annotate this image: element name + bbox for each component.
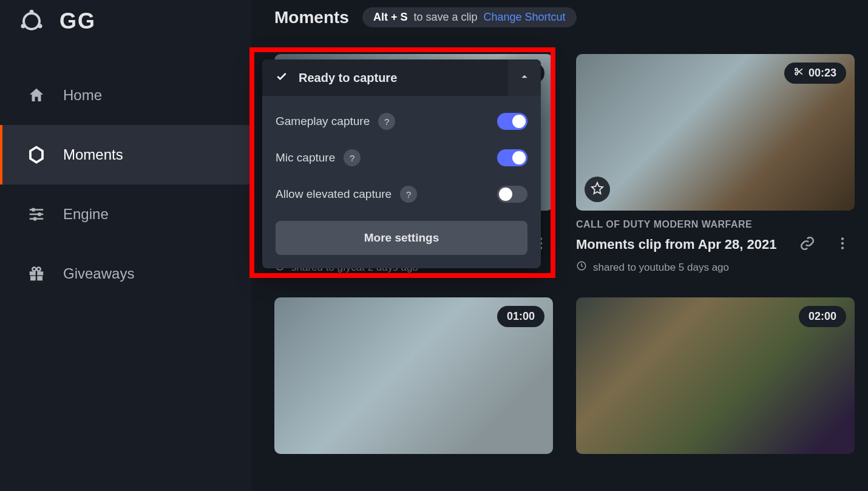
duration-text: 02:00 — [809, 310, 836, 323]
sidebar-item-giveaways[interactable]: Giveaways — [0, 244, 251, 303]
svg-point-7 — [38, 212, 41, 216]
setting-label: Mic capture — [276, 151, 335, 164]
svg-point-9 — [33, 217, 36, 220]
duration-text: 01:00 — [507, 310, 535, 323]
elevated-capture-toggle[interactable] — [497, 186, 527, 203]
capture-panel-header: Ready to capture — [262, 59, 541, 96]
svg-point-3 — [38, 24, 42, 29]
clip-thumbnail[interactable]: 02:00 — [576, 297, 855, 454]
svg-point-5 — [32, 208, 35, 211]
scissors-icon — [794, 67, 804, 80]
svg-point-2 — [21, 24, 25, 29]
checkmark-icon — [276, 70, 288, 85]
clip-card: 01:00 — [274, 297, 553, 454]
setting-allow-elevated-capture: Allow elevated capture ? — [276, 176, 527, 212]
setting-label: Allow elevated capture — [276, 188, 392, 201]
chevron-up-icon — [520, 72, 529, 83]
setting-mic-capture: Mic capture ? — [276, 140, 527, 176]
clip-shared-row: shared to youtube 5 days ago — [576, 260, 855, 274]
copy-link-button[interactable] — [795, 232, 819, 257]
capture-settings-panel: Ready to capture Gameplay capture ? Mic … — [262, 59, 541, 268]
sidebar: GG Home Moments Engine — [0, 0, 251, 491]
main-content: Moments Alt + S to save a clip Change Sh… — [251, 0, 868, 491]
sidebar-item-label: Giveaways — [63, 265, 134, 282]
clip-thumbnail[interactable]: 00:23 — [576, 54, 855, 211]
sliders-icon — [27, 205, 46, 224]
sidebar-item-label: Home — [63, 87, 102, 104]
clip-title: Moments clip from Apr 28, 2021 — [576, 237, 784, 252]
capture-panel-body: Gameplay capture ? Mic capture ? Allow e… — [262, 96, 541, 268]
svg-rect-11 — [37, 271, 43, 275]
sidebar-nav: Home Moments Engine — [0, 53, 251, 303]
help-icon[interactable]: ? — [344, 149, 361, 166]
svg-point-14 — [32, 268, 36, 271]
setting-label: Gameplay capture — [276, 115, 370, 128]
duration-badge: 02:00 — [799, 306, 846, 327]
sidebar-item-label: Engine — [63, 206, 109, 223]
svg-rect-13 — [37, 276, 42, 281]
mic-capture-toggle[interactable] — [497, 149, 527, 166]
page-title: Moments — [274, 8, 349, 27]
clip-game-name: CALL OF DUTY MODERN WARFARE — [576, 219, 855, 230]
sidebar-item-moments[interactable]: Moments — [0, 125, 251, 185]
svg-point-1 — [30, 10, 34, 14]
sidebar-item-label: Moments — [63, 146, 123, 163]
hexagon-icon — [27, 145, 46, 164]
gift-icon — [27, 264, 46, 283]
svg-rect-12 — [30, 276, 36, 281]
svg-point-22 — [795, 69, 798, 71]
gameplay-capture-toggle[interactable] — [497, 113, 527, 130]
help-icon[interactable]: ? — [378, 113, 395, 130]
sidebar-item-engine[interactable]: Engine — [0, 185, 251, 244]
change-shortcut-link[interactable]: Change Shortcut — [483, 11, 565, 24]
logo-text: GG — [59, 8, 96, 34]
collapse-panel-button[interactable] — [508, 59, 541, 96]
sidebar-item-home[interactable]: Home — [0, 66, 251, 125]
favorite-button[interactable] — [585, 177, 610, 202]
svg-point-25 — [841, 242, 844, 245]
clip-card: 00:23 CALL OF DUTY MODERN WARFARE Moment… — [576, 54, 855, 274]
svg-point-15 — [37, 268, 41, 271]
link-icon — [799, 235, 815, 254]
clip-shared-text: shared to youtube 5 days ago — [593, 262, 729, 274]
svg-point-0 — [24, 13, 39, 29]
more-settings-button[interactable]: More settings — [276, 221, 527, 255]
setting-gameplay-capture: Gameplay capture ? — [276, 103, 527, 140]
page-header: Moments Alt + S to save a clip Change Sh… — [274, 7, 855, 27]
svg-point-24 — [841, 237, 844, 240]
duration-badge: 00:23 — [784, 63, 846, 84]
clip-thumbnail[interactable]: 01:00 — [274, 297, 553, 454]
logo: GG — [0, 2, 251, 53]
clock-icon — [576, 260, 587, 274]
shortcut-hint-pill: Alt + S to save a clip Change Shortcut — [362, 7, 577, 27]
help-icon[interactable]: ? — [400, 186, 417, 203]
svg-point-26 — [841, 246, 844, 249]
clip-card: 02:00 — [576, 297, 855, 454]
star-icon — [591, 181, 604, 197]
duration-text: 00:23 — [809, 67, 836, 80]
more-vertical-icon — [835, 235, 850, 254]
steelseries-logo-icon — [19, 9, 44, 33]
more-options-button[interactable] — [830, 232, 855, 257]
shortcut-keys: Alt + S — [373, 11, 408, 24]
capture-status-text: Ready to capture — [299, 71, 497, 85]
svg-point-23 — [795, 72, 798, 75]
duration-badge: 01:00 — [497, 306, 544, 327]
svg-rect-10 — [30, 271, 36, 275]
home-icon — [27, 86, 46, 105]
shortcut-hint-text: to save a clip — [413, 11, 477, 24]
